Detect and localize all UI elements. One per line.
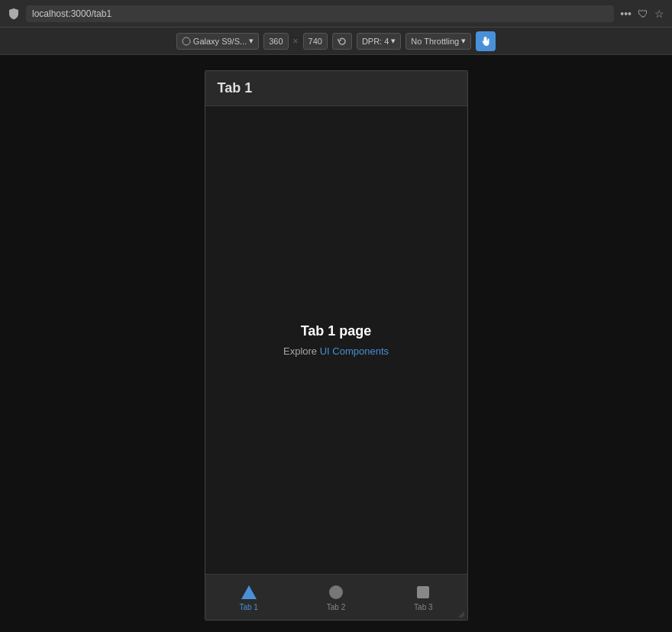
device-frame: Tab 1 Tab 1 page Explore UI Components T… bbox=[205, 70, 468, 621]
throttling-selector[interactable]: No Throttling ▾ bbox=[405, 33, 471, 50]
svg-point-0 bbox=[183, 37, 190, 45]
tab3-label: Tab 3 bbox=[414, 603, 432, 611]
width-value: 360 bbox=[269, 37, 283, 46]
tab2-icon bbox=[328, 584, 344, 601]
rotate-button[interactable] bbox=[332, 33, 352, 50]
device-icon bbox=[182, 37, 191, 46]
height-value: 740 bbox=[309, 37, 322, 46]
resize-handle[interactable] bbox=[457, 611, 465, 618]
device-dropdown-icon: ▾ bbox=[249, 36, 254, 46]
touch-icon bbox=[480, 36, 491, 47]
device-label: Galaxy S9/S... bbox=[193, 37, 247, 46]
width-input[interactable]: 360 bbox=[263, 33, 288, 50]
url-text: localhost:3000/tab1 bbox=[32, 8, 111, 19]
tab-item-3[interactable]: Tab 3 bbox=[380, 579, 467, 616]
more-options-button[interactable]: ••• bbox=[620, 8, 632, 20]
bookmark-button[interactable]: ☆ bbox=[654, 8, 664, 20]
dpr-dropdown-icon: ▾ bbox=[391, 36, 396, 46]
tab-item-2[interactable]: Tab 2 bbox=[292, 579, 380, 616]
throttling-label: No Throttling bbox=[411, 37, 459, 46]
device-content: Tab 1 page Explore UI Components bbox=[205, 106, 467, 574]
tab3-icon bbox=[415, 584, 431, 601]
tab2-label: Tab 2 bbox=[327, 603, 345, 611]
page-title: Tab 1 page bbox=[301, 323, 372, 339]
browser-bar: localhost:3000/tab1 ••• 🛡 ☆ bbox=[0, 0, 672, 28]
device-header-title: Tab 1 bbox=[218, 80, 253, 96]
tab1-label: Tab 1 bbox=[239, 603, 257, 611]
device-selector[interactable]: Galaxy S9/S... ▾ bbox=[176, 33, 259, 50]
page-subtitle: Explore UI Components bbox=[283, 345, 389, 357]
tab1-icon bbox=[241, 584, 257, 601]
pocket-button[interactable]: 🛡 bbox=[638, 8, 648, 20]
dpr-selector[interactable]: DPR: 4 ▾ bbox=[357, 33, 401, 50]
dimension-separator: × bbox=[293, 36, 299, 47]
ui-components-link[interactable]: UI Components bbox=[320, 345, 389, 357]
device-header: Tab 1 bbox=[205, 71, 467, 106]
page-subtitle-prefix: Explore bbox=[283, 345, 320, 357]
triangle-icon bbox=[241, 585, 257, 599]
main-area: Tab 1 Tab 1 page Explore UI Components T… bbox=[0, 55, 672, 632]
tab-item-1[interactable]: Tab 1 bbox=[205, 579, 292, 616]
tab-bar: Tab 1 Tab 2 Tab 3 bbox=[205, 574, 467, 620]
dpr-label: DPR: 4 bbox=[362, 37, 389, 46]
touch-toggle-button[interactable] bbox=[476, 31, 496, 51]
circle-icon bbox=[329, 585, 343, 599]
throttling-dropdown-icon: ▾ bbox=[461, 36, 466, 46]
square-icon bbox=[417, 586, 429, 598]
url-bar[interactable]: localhost:3000/tab1 bbox=[26, 5, 614, 22]
height-input[interactable]: 740 bbox=[303, 33, 328, 50]
rotate-icon bbox=[338, 37, 347, 46]
shield-icon bbox=[8, 8, 20, 20]
device-toolbar: Galaxy S9/S... ▾ 360 × 740 DPR: 4 ▾ No T… bbox=[0, 28, 672, 55]
